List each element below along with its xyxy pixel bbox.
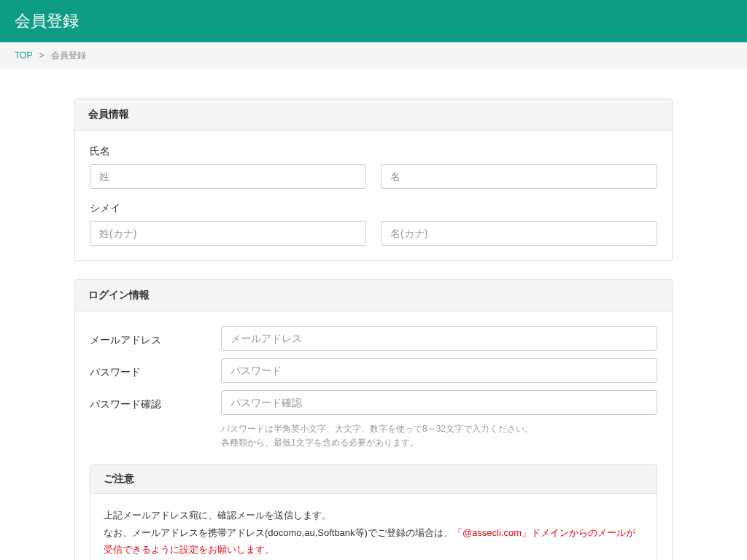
last-name-kana-input[interactable] xyxy=(90,221,366,246)
member-info-panel: 会員情報 氏名 シメイ xyxy=(74,98,673,261)
notice-line2a: なお、メールアドレスを携帯アドレス(docomo,au,Softbank等)でご… xyxy=(104,527,453,538)
login-info-heading: ログイン情報 xyxy=(75,280,672,311)
page-header: 会員登録 xyxy=(0,0,747,42)
notice-line2: なお、メールアドレスを携帯アドレス(docomo,au,Softbank等)でご… xyxy=(104,524,643,559)
breadcrumb: TOP > 会員登録 xyxy=(0,42,747,69)
email-label: メールアドレス xyxy=(90,330,221,347)
first-name-kana-input[interactable] xyxy=(381,221,657,246)
password-help-line1: パスワードは半角英小文字、大文字、数字を使って8～32文字で入力ください。 xyxy=(221,422,657,436)
notice-line1: 上記メールアドレス宛に、確認メールを送信します。 xyxy=(104,507,643,524)
page-title: 会員登録 xyxy=(15,12,79,30)
last-name-input[interactable] xyxy=(90,164,366,189)
password-help-line2: 各種類から、最低1文字を含める必要があります。 xyxy=(221,436,657,450)
password-confirm-input[interactable] xyxy=(221,390,657,415)
password-input[interactable] xyxy=(221,358,657,383)
password-label: パスワード xyxy=(90,362,221,379)
password-help-text: パスワードは半角英小文字、大文字、数字を使って8～32文字で入力ください。 各種… xyxy=(221,422,657,450)
kana-label: シメイ xyxy=(90,202,657,215)
breadcrumb-top-link[interactable]: TOP xyxy=(15,50,32,61)
first-name-input[interactable] xyxy=(381,164,657,189)
notice-heading: ご注意 xyxy=(90,465,657,494)
breadcrumb-current: 会員登録 xyxy=(51,50,86,61)
password-confirm-label: パスワード確認 xyxy=(90,394,221,411)
email-input[interactable] xyxy=(221,326,657,351)
notice-panel: ご注意 上記メールアドレス宛に、確認メールを送信します。 なお、メールアドレスを… xyxy=(90,464,657,560)
member-info-heading: 会員情報 xyxy=(75,99,672,131)
breadcrumb-separator: > xyxy=(39,50,44,61)
name-label: 氏名 xyxy=(90,145,657,158)
notice-body: 上記メールアドレス宛に、確認メールを送信します。 なお、メールアドレスを携帯アド… xyxy=(90,494,657,560)
login-info-panel: ログイン情報 メールアドレス パスワード パスワード確認 xyxy=(74,279,673,560)
